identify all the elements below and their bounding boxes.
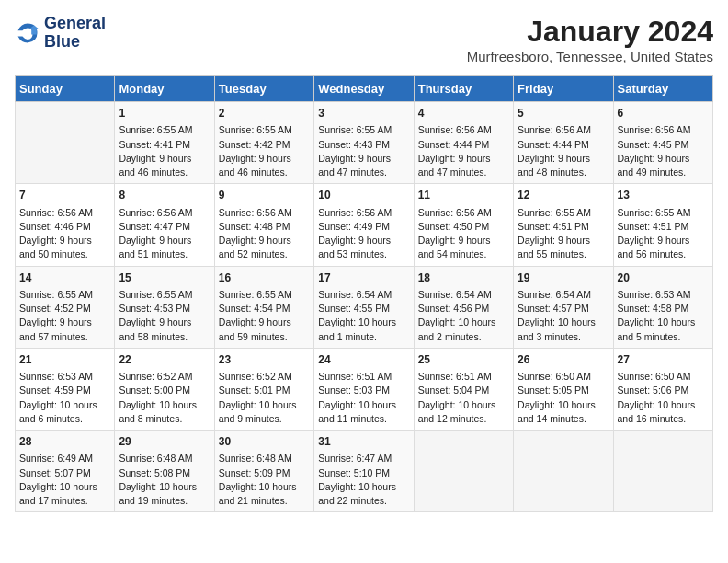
calendar-cell: 31Sunrise: 6:47 AMSunset: 5:10 PMDayligh… xyxy=(314,431,414,512)
page-subtitle: Murfreesboro, Tennessee, United States xyxy=(467,49,713,64)
day-info: Sunrise: 6:52 AM xyxy=(219,370,310,384)
day-info: Daylight: 10 hours xyxy=(518,316,609,329)
day-info: Sunset: 4:53 PM xyxy=(119,302,210,316)
logo-text-line1: General xyxy=(44,15,106,33)
calendar-table: SundayMondayTuesdayWednesdayThursdayFrid… xyxy=(15,75,713,512)
header-friday: Friday xyxy=(514,76,613,102)
day-info: Daylight: 9 hours xyxy=(119,316,210,329)
day-info: Daylight: 9 hours xyxy=(219,316,310,329)
day-info: Sunrise: 6:55 AM xyxy=(219,123,310,137)
day-info: Sunrise: 6:56 AM xyxy=(418,123,509,137)
calendar-cell: 3Sunrise: 6:55 AMSunset: 4:43 PMDaylight… xyxy=(314,102,414,184)
day-info: Sunrise: 6:55 AM xyxy=(518,206,609,220)
day-info: Sunrise: 6:54 AM xyxy=(418,288,509,302)
calendar-week-row: 28Sunrise: 6:49 AMSunset: 5:07 PMDayligh… xyxy=(16,431,713,512)
day-info: Daylight: 9 hours xyxy=(418,152,509,166)
day-info: and 58 minutes. xyxy=(119,330,210,344)
calendar-cell: 29Sunrise: 6:48 AMSunset: 5:08 PMDayligh… xyxy=(115,431,214,512)
calendar-week-row: 21Sunrise: 6:53 AMSunset: 4:59 PMDayligh… xyxy=(16,348,713,430)
day-info: and 19 minutes. xyxy=(119,494,210,508)
day-info: Sunrise: 6:53 AM xyxy=(618,288,709,302)
day-number: 6 xyxy=(618,106,709,121)
calendar-header-row: SundayMondayTuesdayWednesdayThursdayFrid… xyxy=(16,76,713,102)
day-info: and 47 minutes. xyxy=(318,166,409,179)
day-number: 20 xyxy=(618,270,709,286)
header-thursday: Thursday xyxy=(414,76,513,102)
day-info: Sunset: 5:09 PM xyxy=(219,466,310,480)
day-info: Sunrise: 6:55 AM xyxy=(618,206,709,220)
day-info: and 8 minutes. xyxy=(119,412,210,426)
day-info: Daylight: 9 hours xyxy=(19,234,110,247)
day-info: Sunrise: 6:49 AM xyxy=(19,452,110,465)
calendar-cell: 22Sunrise: 6:52 AMSunset: 5:00 PMDayligh… xyxy=(115,348,214,430)
day-info: Sunset: 5:01 PM xyxy=(219,384,310,397)
day-info: and 11 minutes. xyxy=(318,412,409,426)
day-info: Daylight: 10 hours xyxy=(219,480,310,494)
calendar-cell: 10Sunrise: 6:56 AMSunset: 4:49 PMDayligh… xyxy=(314,184,414,266)
day-info: and 12 minutes. xyxy=(418,412,509,426)
calendar-cell: 6Sunrise: 6:56 AMSunset: 4:45 PMDaylight… xyxy=(613,102,712,184)
day-info: Sunset: 4:44 PM xyxy=(518,138,609,152)
day-info: Sunset: 4:51 PM xyxy=(518,220,609,234)
day-number: 25 xyxy=(418,352,509,368)
day-info: Sunset: 4:44 PM xyxy=(418,138,509,152)
day-info: Daylight: 10 hours xyxy=(119,480,210,494)
page-title: January 2024 xyxy=(467,15,713,49)
day-info: Sunset: 4:51 PM xyxy=(618,220,709,234)
header-saturday: Saturday xyxy=(613,76,712,102)
day-info: and 6 minutes. xyxy=(19,412,110,426)
day-info: and 50 minutes. xyxy=(19,247,110,261)
day-info: and 1 minute. xyxy=(318,330,409,344)
day-info: and 55 minutes. xyxy=(518,247,609,261)
calendar-cell: 14Sunrise: 6:55 AMSunset: 4:52 PMDayligh… xyxy=(16,266,115,348)
day-info: and 59 minutes. xyxy=(219,330,310,344)
calendar-cell: 23Sunrise: 6:52 AMSunset: 5:01 PMDayligh… xyxy=(214,348,313,430)
calendar-cell: 20Sunrise: 6:53 AMSunset: 4:58 PMDayligh… xyxy=(613,266,712,348)
day-info: Sunrise: 6:50 AM xyxy=(518,370,609,384)
day-number: 23 xyxy=(219,352,310,368)
day-info: Sunset: 4:42 PM xyxy=(219,138,310,152)
calendar-week-row: 7Sunrise: 6:56 AMSunset: 4:46 PMDaylight… xyxy=(16,184,713,266)
day-info: Sunset: 4:59 PM xyxy=(19,384,110,397)
day-info: Daylight: 9 hours xyxy=(318,152,409,166)
day-info: Sunrise: 6:55 AM xyxy=(119,288,210,302)
day-info: Sunset: 4:57 PM xyxy=(518,302,609,316)
day-info: Sunrise: 6:55 AM xyxy=(219,288,310,302)
day-number: 3 xyxy=(318,106,409,121)
calendar-cell: 9Sunrise: 6:56 AMSunset: 4:48 PMDaylight… xyxy=(214,184,313,266)
day-info: Sunset: 4:54 PM xyxy=(219,302,310,316)
day-info: Daylight: 10 hours xyxy=(318,398,409,412)
day-info: and 2 minutes. xyxy=(418,330,509,344)
day-info: and 46 minutes. xyxy=(219,166,310,179)
calendar-cell: 30Sunrise: 6:48 AMSunset: 5:09 PMDayligh… xyxy=(214,431,313,512)
day-info: Daylight: 10 hours xyxy=(19,480,110,494)
day-info: Sunset: 4:56 PM xyxy=(418,302,509,316)
day-info: Daylight: 9 hours xyxy=(119,234,210,247)
day-info: Daylight: 10 hours xyxy=(618,316,709,329)
calendar-cell: 27Sunrise: 6:50 AMSunset: 5:06 PMDayligh… xyxy=(613,348,712,430)
day-info: Sunrise: 6:51 AM xyxy=(418,370,509,384)
calendar-week-row: 1Sunrise: 6:55 AMSunset: 4:41 PMDaylight… xyxy=(16,102,713,184)
day-info: Daylight: 9 hours xyxy=(219,152,310,166)
day-info: Sunrise: 6:56 AM xyxy=(418,206,509,220)
day-info: Sunset: 4:43 PM xyxy=(318,138,409,152)
day-info: Daylight: 9 hours xyxy=(618,152,709,166)
header-sunday: Sunday xyxy=(16,76,115,102)
calendar-cell: 4Sunrise: 6:56 AMSunset: 4:44 PMDaylight… xyxy=(414,102,513,184)
calendar-cell: 13Sunrise: 6:55 AMSunset: 4:51 PMDayligh… xyxy=(613,184,712,266)
day-number: 5 xyxy=(518,106,609,121)
day-number: 17 xyxy=(318,270,409,286)
calendar-cell xyxy=(16,102,115,184)
day-info: and 17 minutes. xyxy=(19,494,110,508)
day-info: and 3 minutes. xyxy=(518,330,609,344)
day-info: and 48 minutes. xyxy=(518,166,609,179)
day-info: Sunrise: 6:56 AM xyxy=(219,206,310,220)
day-number: 21 xyxy=(19,352,110,368)
day-info: Daylight: 9 hours xyxy=(219,234,310,247)
day-number: 19 xyxy=(518,270,609,286)
calendar-cell: 19Sunrise: 6:54 AMSunset: 4:57 PMDayligh… xyxy=(514,266,613,348)
calendar-cell: 8Sunrise: 6:56 AMSunset: 4:47 PMDaylight… xyxy=(115,184,214,266)
calendar-cell: 16Sunrise: 6:55 AMSunset: 4:54 PMDayligh… xyxy=(214,266,313,348)
day-number: 9 xyxy=(219,188,310,203)
day-info: and 14 minutes. xyxy=(518,412,609,426)
